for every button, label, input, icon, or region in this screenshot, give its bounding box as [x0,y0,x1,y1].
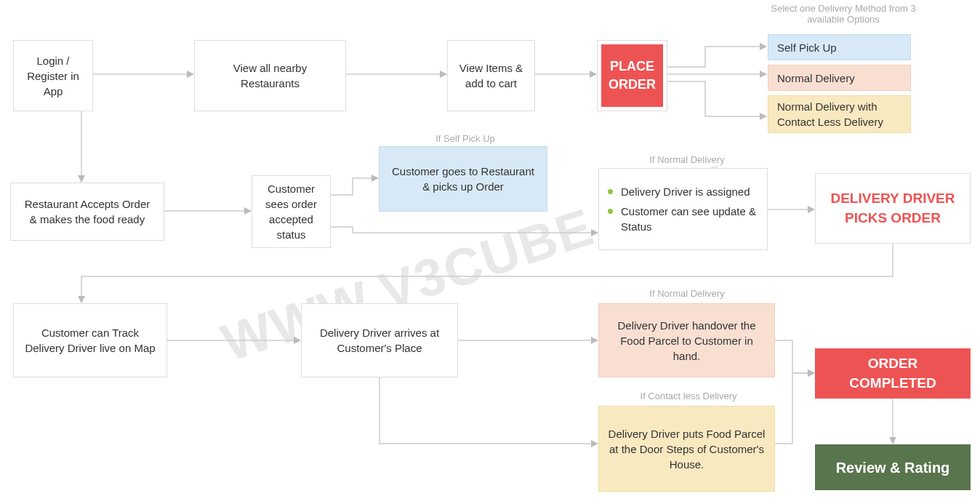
if-normal-delivery-caption-row3: If Normal Delivery [643,288,731,299]
box-review-rating: Review & Rating [815,444,971,490]
bullet-driver-assigned: Delivery Driver is assigned [608,184,758,199]
if-normal-delivery-caption-row2: If Normal Delivery [643,154,731,165]
bullet-see-update: Customer can see update & Status [608,204,758,234]
box-driver-picks-order: DELIVERY DRIVER PICKS ORDER [815,173,971,244]
box-track-driver: Customer can Track Delivery Driver live … [13,303,167,377]
self-pickup-action-text: Customer goes to Restaurant & picks up O… [388,164,538,194]
place-order-text: PLACE ORDER [609,57,656,94]
box-login: Login / Register in App [13,40,93,111]
opt-self-pickup: Self Pick Up [768,34,911,60]
box-restaurant-accepts: Restaurant Accepts Order & makes the foo… [10,183,164,241]
delivery-bullet-list: Delivery Driver is assigned Customer can… [608,180,758,239]
view-items-text: View Items & add to cart [457,60,526,91]
order-completed-text: ORDER COMPLETED [824,354,962,393]
login-text: Login / Register in App [23,53,84,99]
delivery-method-caption: Select one Delivery Method from 3 availa… [771,3,916,25]
opt-normal-text: Normal Delivery [777,71,855,86]
box-driver-arrives: Delivery Driver arrives at Customer's Pl… [301,303,458,377]
box-order-completed: ORDER COMPLETED [815,348,971,399]
opt-normal-delivery: Normal Delivery [768,65,911,91]
box-self-pickup-action: Customer goes to Restaurant & picks up O… [379,146,547,212]
opt-self-text: Self Pick Up [777,40,837,55]
box-place-order: PLACE ORDER [601,44,663,107]
box-view-nearby: View all nearby Restaurants [194,40,346,111]
review-rating-text: Review & Rating [836,457,950,478]
handover-text: Delivery Driver handover the Food Parcel… [608,318,766,364]
opt-contactless-delivery: Normal Delivery with Contact Less Delive… [768,95,911,133]
customer-status-text: Customer sees order accepted status [261,181,321,242]
doorstep-text: Delivery Driver puts Food Parcel at the … [608,426,766,472]
box-customer-status: Customer sees order accepted status [252,175,331,248]
if-self-pickup-caption: If Self Pick Up [429,133,502,144]
box-place-order-outer: PLACE ORDER [597,40,667,111]
box-delivery-bullets: Delivery Driver is assigned Customer can… [598,168,768,250]
track-driver-text: Customer can Track Delivery Driver live … [23,325,158,356]
opt-contactless-text: Normal Delivery with Contact Less Delive… [777,99,901,129]
box-view-items: View Items & add to cart [447,40,535,111]
box-doorstep: Delivery Driver puts Food Parcel at the … [598,406,775,492]
view-nearby-text: View all nearby Restaurants [204,60,337,91]
driver-picks-text: DELIVERY DRIVER PICKS ORDER [824,189,961,228]
driver-arrives-text: Delivery Driver arrives at Customer's Pl… [310,325,449,356]
restaurant-accepts-text: Restaurant Accepts Order & makes the foo… [20,196,155,227]
if-contactless-caption: If Contact less Delivery [638,391,739,401]
box-handover: Delivery Driver handover the Food Parcel… [598,303,775,377]
